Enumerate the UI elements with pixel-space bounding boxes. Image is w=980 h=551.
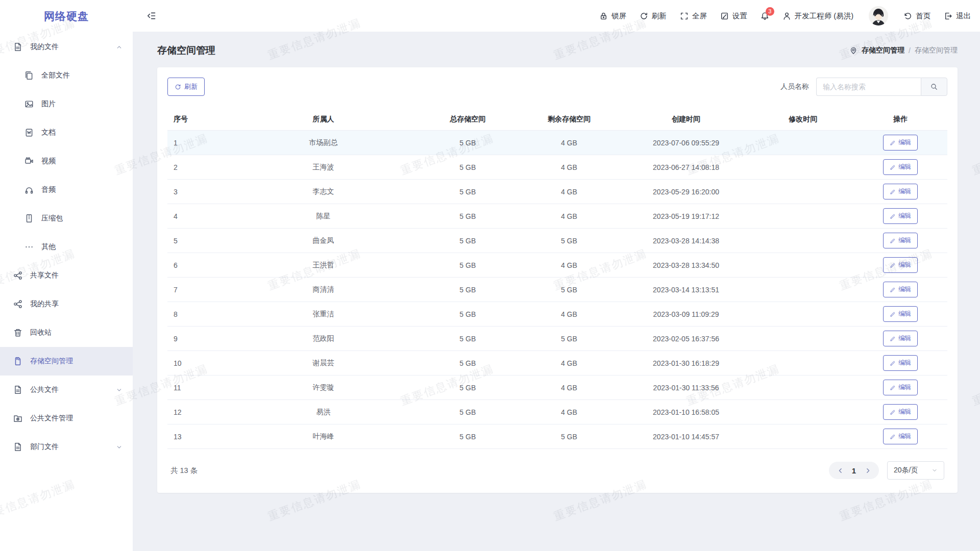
notifications-button[interactable]: 3 <box>761 12 769 20</box>
cell-modified <box>752 215 854 217</box>
sidebar-item-shared-files[interactable]: 共享文件 <box>0 261 133 290</box>
table-header-row: 序号所属人总存储空间剩余存储空间创建时间修改时间操作 <box>167 108 947 131</box>
cell-modified <box>752 411 854 413</box>
cell-no: 6 <box>167 260 230 270</box>
edit-button[interactable]: 编辑 <box>883 282 918 297</box>
cell-owner: 王海波 <box>230 162 417 173</box>
cell-total: 5 GB <box>417 285 519 295</box>
fullscreen-icon <box>680 12 689 20</box>
cell-created: 2023-02-05 16:37:56 <box>620 334 752 344</box>
page-size-select[interactable]: 20条/页 <box>887 461 944 480</box>
cell-owner: 商清清 <box>230 284 417 295</box>
sidebar-item-other[interactable]: 其他 <box>0 233 133 261</box>
cell-modified <box>752 387 854 389</box>
refresh-table-button[interactable]: 刷新 <box>167 78 205 96</box>
cell-total: 5 GB <box>417 211 519 221</box>
app-logo: 网络硬盘 <box>0 0 133 33</box>
edit-button[interactable]: 编辑 <box>883 429 918 444</box>
cell-action: 编辑 <box>854 403 947 421</box>
edit-button[interactable]: 编辑 <box>883 184 918 199</box>
breadcrumb-parent[interactable]: 存储空间管理 <box>862 46 904 55</box>
avatar[interactable] <box>869 6 888 26</box>
cell-action: 编辑 <box>854 158 947 176</box>
cell-owner: 范政阳 <box>230 333 417 344</box>
cell-no: 1 <box>167 138 230 148</box>
cell-action: 编辑 <box>854 305 947 323</box>
sidebar-item-public-file-admin[interactable]: 公共文件管理 <box>0 404 133 433</box>
chevron-up-icon <box>116 44 122 51</box>
search-button[interactable] <box>921 78 947 96</box>
settings-button[interactable]: 设置 <box>720 11 747 21</box>
sidebar: 网络硬盘 我的文件全部文件图片文档视频音频压缩包其他共享文件我的共享回收站存储空… <box>0 0 133 551</box>
sidebar-item-archives[interactable]: 压缩包 <box>0 204 133 233</box>
sidebar-item-recycle-bin[interactable]: 回收站 <box>0 318 133 347</box>
edit-button[interactable]: 编辑 <box>883 159 918 175</box>
more-icon <box>24 242 34 252</box>
cell-action: 编辑 <box>854 281 947 298</box>
cell-action: 编辑 <box>854 256 947 274</box>
cell-no: 13 <box>167 432 230 442</box>
cell-owner: 谢晨芸 <box>230 358 417 369</box>
sidebar-item-department-files[interactable]: 部门文件 <box>0 433 133 461</box>
sidebar-item-storage-management[interactable]: 存储空间管理 <box>0 347 133 375</box>
current-page[interactable]: 1 <box>847 466 861 475</box>
sidebar-item-documents[interactable]: 文档 <box>0 118 133 147</box>
column-header: 序号 <box>167 114 230 125</box>
lock-icon <box>599 12 608 20</box>
table-row: 6王洪哲5 GB4 GB2023-03-28 13:34:50编辑 <box>167 253 947 278</box>
image-icon <box>24 99 34 109</box>
column-header: 总存储空间 <box>417 114 519 125</box>
breadcrumb-current: 存储空间管理 <box>915 46 958 55</box>
cell-remaining: 5 GB <box>519 432 620 442</box>
cell-no: 8 <box>167 309 230 319</box>
search-input[interactable] <box>816 78 921 96</box>
home-button[interactable]: 首页 <box>903 11 930 21</box>
cell-no: 5 <box>167 236 230 246</box>
cell-created: 2023-01-30 16:18:29 <box>620 358 752 368</box>
cell-modified <box>752 436 854 438</box>
edit-button[interactable]: 编辑 <box>883 306 918 322</box>
edit-button[interactable]: 编辑 <box>883 257 918 273</box>
edit-button[interactable]: 编辑 <box>883 331 918 346</box>
cell-modified <box>752 240 854 242</box>
files-icon <box>24 71 34 80</box>
next-page-button[interactable] <box>861 462 875 479</box>
table-row: 1市场副总5 GB4 GB2023-07-06 09:55:29编辑 <box>167 131 947 155</box>
cell-action: 编辑 <box>854 330 947 347</box>
edit-button[interactable]: 编辑 <box>883 135 918 151</box>
prev-page-button[interactable] <box>833 462 847 479</box>
sidebar-item-public-files[interactable]: 公共文件 <box>0 375 133 404</box>
sidebar-item-audio[interactable]: 音频 <box>0 176 133 204</box>
edit-button[interactable]: 编辑 <box>883 380 918 395</box>
sidebar-item-videos[interactable]: 视频 <box>0 147 133 176</box>
table-row: 12易洪5 GB4 GB2023-01-10 16:58:05编辑 <box>167 400 947 424</box>
cell-action: 编辑 <box>854 207 947 225</box>
sidebar-item-my-files[interactable]: 我的文件 <box>0 33 133 61</box>
edit-button[interactable]: 编辑 <box>883 404 918 420</box>
user-menu[interactable]: 开发工程师 (易洪) <box>782 11 853 21</box>
cell-action: 编辑 <box>854 134 947 152</box>
file-text-icon <box>13 442 22 452</box>
sidebar-collapse-button[interactable] <box>146 11 156 21</box>
cell-remaining: 4 GB <box>519 138 620 148</box>
edit-button[interactable]: 编辑 <box>883 233 918 248</box>
cell-remaining: 4 GB <box>519 260 620 270</box>
logout-button[interactable]: 退出 <box>944 11 971 21</box>
refresh-page-button[interactable]: 刷新 <box>640 11 667 21</box>
lock-screen-button[interactable]: 锁屏 <box>599 11 626 21</box>
edit-button[interactable]: 编辑 <box>883 208 918 224</box>
search-area: 人员名称 <box>780 78 947 96</box>
cell-total: 5 GB <box>417 236 519 246</box>
chevron-down-icon <box>932 467 938 473</box>
share-icon <box>13 299 22 309</box>
cell-total: 5 GB <box>417 358 519 368</box>
content-card: 刷新 人员名称 序号所属人总存储空间剩余存储空间创建时间修改时间操作1市场副总5… <box>157 67 958 493</box>
sidebar-item-my-shares[interactable]: 我的共享 <box>0 290 133 318</box>
cell-modified <box>752 191 854 193</box>
cell-total: 5 GB <box>417 432 519 442</box>
edit-button[interactable]: 编辑 <box>883 355 918 371</box>
sidebar-item-all-files[interactable]: 全部文件 <box>0 61 133 90</box>
sidebar-item-images[interactable]: 图片 <box>0 90 133 118</box>
fullscreen-button[interactable]: 全屏 <box>680 11 707 21</box>
cell-remaining: 4 GB <box>519 407 620 417</box>
